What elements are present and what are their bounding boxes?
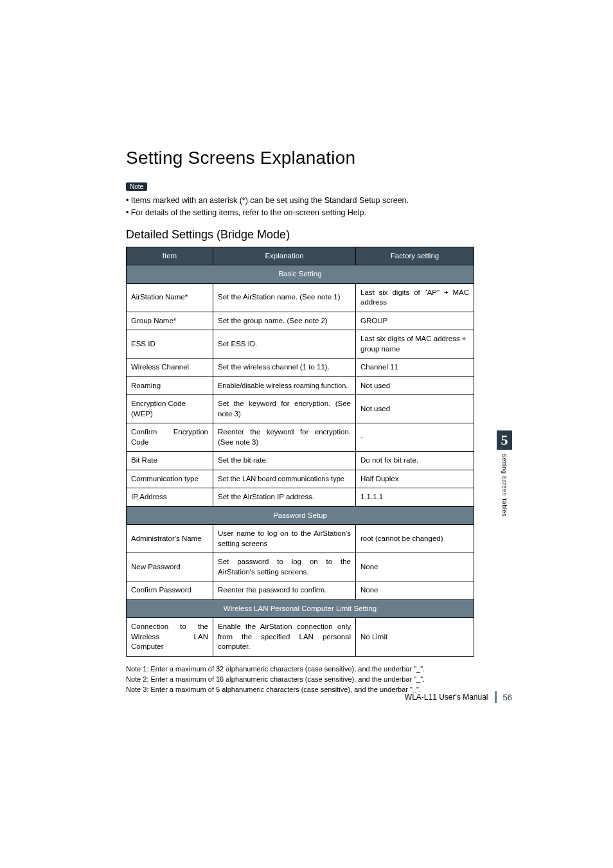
- cell-factory: GROUP: [356, 312, 474, 330]
- cell-item: New Password: [127, 553, 213, 581]
- table-row: Confirm Password Reenter the password to…: [127, 581, 474, 600]
- cell-factory: Not used: [356, 395, 474, 423]
- note-line-1: • Items marked with an asterisk (*) can …: [126, 195, 504, 207]
- cell-explanation: Reenter the keyword for encryption. (See…: [213, 423, 356, 452]
- section-title: Wireless LAN Personal Computer Limit Set…: [127, 599, 474, 618]
- subheading: Detailed Settings (Bridge Mode): [126, 228, 504, 242]
- header-factory: Factory setting: [356, 247, 474, 265]
- cell-explanation: Set the keyword for encryption. (See not…: [213, 395, 356, 423]
- cell-factory: No Limit: [356, 618, 474, 657]
- section-header-limit: Wireless LAN Personal Computer Limit Set…: [127, 599, 474, 618]
- table-row: Communication type Set the LAN board com…: [127, 470, 474, 488]
- footer-page-number: 56: [503, 693, 512, 702]
- cell-explanation: Set the AirStation IP address.: [213, 488, 356, 507]
- cell-item: Bit Rate: [127, 452, 213, 470]
- table-row: Encryption Code (WEP) Set the keyword fo…: [127, 395, 474, 423]
- cell-factory: Do not fix bit rate.: [356, 452, 474, 470]
- cell-explanation: Set password to log on to the AirStation…: [213, 553, 356, 581]
- table-row: Confirm Encryption Code Reenter the keyw…: [127, 423, 474, 452]
- table-row: Group Name* Set the group name. (See not…: [127, 312, 474, 330]
- note-badge: Note: [126, 182, 147, 191]
- cell-factory: Last six digits of MAC address + group n…: [356, 330, 474, 359]
- cell-explanation: Reenter the password to confirm.: [213, 581, 356, 600]
- cell-factory: Last six digits of "AP" + MAC address: [356, 283, 474, 312]
- section-header-password: Password Setup: [127, 506, 474, 525]
- chapter-label: Setting Screen Tables: [501, 454, 508, 517]
- section-title: Basic Setting: [127, 265, 474, 284]
- cell-item: Administrator's Name: [127, 525, 213, 553]
- cell-factory: root (cannot be changed): [356, 525, 474, 553]
- cell-item: Roaming: [127, 376, 213, 395]
- cell-factory: None: [356, 581, 474, 600]
- cell-factory: Not used: [356, 376, 474, 395]
- table-row: Wireless Channel Set the wireless channe…: [127, 359, 474, 377]
- table-row: IP Address Set the AirStation IP address…: [127, 488, 474, 507]
- cell-explanation: Set ESS ID.: [213, 330, 356, 359]
- chapter-number: 5: [497, 430, 512, 450]
- cell-explanation: Set the LAN board communications type: [213, 470, 356, 488]
- cell-explanation: Set the group name. (See note 2): [213, 312, 356, 330]
- cell-factory: 1.1.1.1: [356, 488, 474, 507]
- header-explanation: Explanation: [213, 247, 356, 265]
- cell-factory: Half Duplex: [356, 470, 474, 488]
- cell-item: Connection to the Wireless LAN Computer: [127, 618, 213, 657]
- cell-explanation: User name to log on to the AirStation's …: [213, 525, 356, 553]
- cell-item: IP Address: [127, 488, 213, 507]
- footnote-1: Note 1: Enter a maximum of 32 alphanumer…: [126, 664, 504, 675]
- side-tab: 5 Setting Screen Tables: [497, 430, 512, 519]
- cell-item: Communication type: [127, 470, 213, 488]
- cell-item: AirStation Name*: [127, 283, 213, 312]
- cell-item: Confirm Password: [127, 581, 213, 600]
- table-row: New Password Set password to log on to t…: [127, 553, 474, 581]
- header-item: Item: [127, 247, 213, 265]
- cell-explanation: Enable the AirStation connection only fr…: [213, 618, 356, 657]
- cell-item: Group Name*: [127, 312, 213, 330]
- table-row: ESS ID Set ESS ID. Last six digits of MA…: [127, 330, 474, 359]
- table-row: Connection to the Wireless LAN Computer …: [127, 618, 474, 657]
- table-row: Bit Rate Set the bit rate. Do not fix bi…: [127, 452, 474, 470]
- section-header-basic: Basic Setting: [127, 265, 474, 284]
- settings-table: Item Explanation Factory setting Basic S…: [126, 247, 474, 657]
- cell-item: Wireless Channel: [127, 359, 213, 377]
- footnotes: Note 1: Enter a maximum of 32 alphanumer…: [126, 664, 504, 695]
- cell-item: ESS ID: [127, 330, 213, 359]
- page-title: Setting Screens Explanation: [126, 148, 504, 168]
- cell-factory: None: [356, 553, 474, 581]
- table-row: Administrator's Name User name to log on…: [127, 525, 474, 553]
- table-row: AirStation Name* Set the AirStation name…: [127, 283, 474, 312]
- table-header-row: Item Explanation Factory setting: [127, 247, 474, 265]
- cell-explanation: Set the AirStation name. (See note 1): [213, 283, 356, 312]
- cell-factory: -: [356, 423, 474, 452]
- cell-item: Encryption Code (WEP): [127, 395, 213, 423]
- cell-factory: Channel 11: [356, 359, 474, 377]
- note-line-2: • For details of the setting items, refe…: [126, 207, 504, 219]
- cell-item: Confirm Encryption Code: [127, 423, 213, 452]
- cell-explanation: Enable/disable wireless roaming function…: [213, 376, 356, 395]
- section-title: Password Setup: [127, 506, 474, 525]
- page-footer: WLA-L11 User's Manual 56: [405, 691, 512, 703]
- cell-explanation: Set the wireless channel (1 to 11).: [213, 359, 356, 377]
- cell-explanation: Set the bit rate.: [213, 452, 356, 470]
- footer-separator: [495, 691, 497, 703]
- footer-manual-name: WLA-L11 User's Manual: [405, 693, 488, 702]
- footnote-2: Note 2: Enter a maximum of 16 alphanumer…: [126, 675, 504, 685]
- table-row: Roaming Enable/disable wireless roaming …: [127, 376, 474, 395]
